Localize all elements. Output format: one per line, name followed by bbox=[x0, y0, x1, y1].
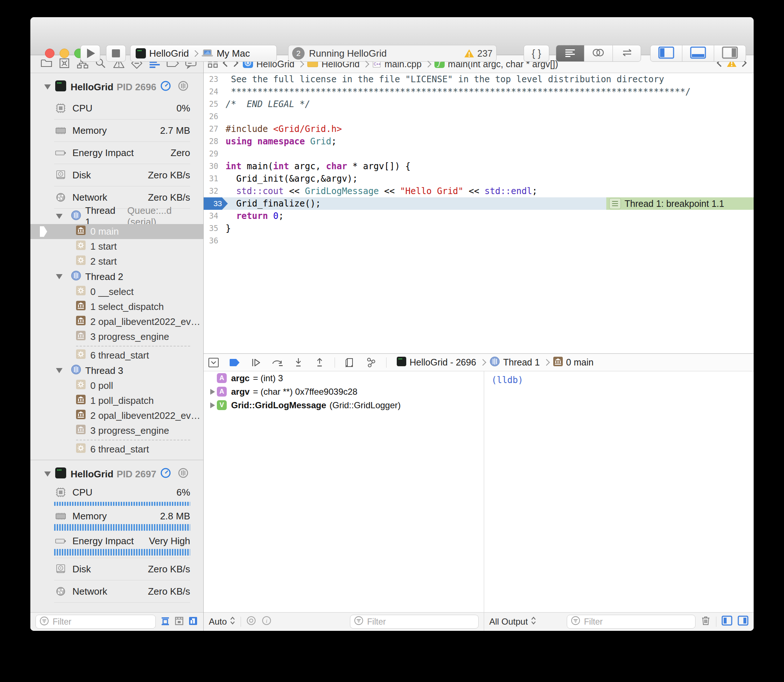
line-number[interactable]: 24 bbox=[204, 86, 218, 98]
stack-frame-row[interactable]: 6 thread_start bbox=[30, 348, 203, 363]
code-text[interactable]: Grid_init(&argc,&argv); bbox=[226, 172, 358, 185]
code-text[interactable]: using namespace Grid; bbox=[226, 135, 337, 148]
lldb-prompt[interactable]: (lldb) bbox=[484, 371, 754, 385]
variable-row[interactable]: A argv = (char **) 0x7ffee9039c28 bbox=[204, 385, 484, 398]
version-editor-button[interactable] bbox=[613, 45, 641, 61]
breakpoint-annotation[interactable]: Thread 1: breakpoint 1.1 bbox=[606, 198, 754, 210]
variables-filter-field[interactable] bbox=[350, 615, 479, 629]
variables-scope-button[interactable]: Auto bbox=[209, 616, 235, 628]
line-number[interactable]: 34 bbox=[204, 210, 218, 222]
line-number[interactable]: 27 bbox=[204, 123, 218, 135]
activity-viewer[interactable]: 2 Running HelloGrid 237 bbox=[288, 45, 497, 62]
nav-tab-project[interactable] bbox=[40, 57, 53, 70]
line-number[interactable]: 32 bbox=[204, 185, 218, 198]
console-scope-button[interactable]: All Output bbox=[489, 616, 537, 628]
thread-row[interactable]: Thread 1 Queue:...d (serial) bbox=[30, 209, 203, 224]
line-number[interactable]: 29 bbox=[204, 148, 218, 160]
debug-hide-button[interactable] bbox=[208, 356, 220, 369]
code-text[interactable]: #include <Grid/Grid.h> bbox=[226, 123, 342, 135]
console-filter-field[interactable] bbox=[567, 615, 696, 629]
run-button[interactable] bbox=[80, 45, 100, 62]
variable-row[interactable]: A argc = (int) 3 bbox=[204, 371, 484, 385]
show-console-toggle-icon[interactable] bbox=[738, 615, 749, 628]
filter-running-icon[interactable] bbox=[174, 616, 184, 628]
stat-row-network[interactable]: Network Zero KB/s bbox=[30, 580, 203, 602]
line-number[interactable]: 31 bbox=[204, 172, 218, 185]
thread-bars-icon[interactable] bbox=[178, 80, 189, 94]
disclosure-triangle-icon[interactable] bbox=[44, 472, 51, 476]
toggle-navigator-button[interactable] bbox=[650, 45, 682, 61]
stack-frame-row[interactable]: 3 progress_engine bbox=[30, 329, 203, 344]
navigator-filter-input[interactable] bbox=[52, 617, 152, 627]
disclosure-triangle-icon[interactable] bbox=[56, 368, 62, 373]
toggle-debug-area-button[interactable] bbox=[682, 45, 714, 61]
stat-row-cpu[interactable]: CPU 6% bbox=[30, 484, 203, 500]
stack-frame-row[interactable]: 6 thread_start bbox=[30, 442, 203, 457]
breakpoint-badge[interactable]: 33 bbox=[204, 198, 228, 210]
standard-editor-button[interactable] bbox=[556, 45, 584, 61]
thread-bars-icon[interactable] bbox=[178, 467, 189, 481]
debug-crumb-item[interactable]: Thread 1 bbox=[490, 356, 540, 369]
process-header[interactable]: HelloGrid PID 2697 bbox=[30, 460, 203, 484]
debug-cont-button[interactable] bbox=[250, 356, 262, 369]
debug-crumb-item[interactable]: 0 main bbox=[553, 357, 594, 368]
view-mode-icon[interactable] bbox=[188, 616, 198, 628]
debug-bparrow-button[interactable] bbox=[228, 356, 241, 369]
disclosure-arrow-icon[interactable] bbox=[208, 402, 217, 408]
stack-frame-row[interactable]: 1 poll_dispatch bbox=[30, 393, 203, 408]
line-number[interactable]: 36 bbox=[204, 235, 218, 247]
show-variables-toggle-icon[interactable] bbox=[722, 615, 733, 628]
code-review-button[interactable]: { } bbox=[524, 45, 549, 62]
console-filter-input[interactable] bbox=[583, 617, 691, 627]
stack-frame-row[interactable]: 1 select_dispatch bbox=[30, 300, 203, 314]
line-number[interactable]: 30 bbox=[204, 160, 218, 172]
thread-row[interactable]: Thread 2 bbox=[30, 269, 203, 284]
scheme-selector[interactable]: HelloGrid My Mac bbox=[130, 45, 277, 62]
debug-memgraph-button[interactable] bbox=[365, 356, 377, 369]
filter-breakpoints-icon[interactable] bbox=[160, 616, 171, 628]
minimize-window-button[interactable] bbox=[60, 49, 69, 58]
debug-into-button[interactable] bbox=[292, 356, 305, 369]
code-text[interactable]: std::cout << GridLogMessage << "Hello Gr… bbox=[226, 185, 538, 198]
toggle-inspector-button[interactable] bbox=[714, 45, 746, 61]
line-number[interactable]: 23 bbox=[204, 73, 218, 86]
stack-frame-row[interactable]: 0 main bbox=[30, 224, 203, 239]
debug-out-button[interactable] bbox=[313, 356, 326, 369]
stat-row-memory[interactable]: Memory 2.7 MB bbox=[30, 120, 203, 142]
nav-tab-source-control[interactable] bbox=[58, 57, 71, 70]
variables-filter-input[interactable] bbox=[366, 617, 475, 627]
gauge-icon[interactable] bbox=[160, 467, 171, 481]
stack-frame-row[interactable]: 1 start bbox=[30, 239, 203, 254]
code-text[interactable]: int main(int argc, char * argv[]) { bbox=[226, 160, 410, 172]
code-text[interactable]: } bbox=[226, 222, 231, 235]
disclosure-triangle-icon[interactable] bbox=[56, 274, 62, 279]
process-header[interactable]: HelloGrid PID 2696 bbox=[30, 73, 203, 97]
line-number[interactable]: 26 bbox=[204, 110, 218, 123]
info-icon[interactable]: i bbox=[262, 615, 272, 628]
code-editor[interactable]: 23 See the full license in the file "LIC… bbox=[204, 73, 754, 354]
assistant-editor-button[interactable] bbox=[584, 45, 613, 61]
stat-row-cpu[interactable]: CPU 0% bbox=[30, 97, 203, 119]
navigator-filter-field[interactable] bbox=[35, 615, 156, 629]
debug-over-button[interactable] bbox=[271, 356, 283, 369]
stat-row-energy-impact[interactable]: Energy Impact Very High bbox=[30, 533, 203, 549]
stat-row-memory[interactable]: Memory 2.8 MB bbox=[30, 508, 203, 524]
code-text[interactable]: Grid_finalize(); bbox=[226, 198, 321, 210]
gauge-icon[interactable] bbox=[160, 80, 171, 94]
stat-row-energy-impact[interactable]: Energy Impact Zero bbox=[30, 142, 203, 164]
debug-viewdbg-button[interactable] bbox=[344, 356, 356, 369]
quicklook-icon[interactable] bbox=[246, 615, 256, 628]
close-window-button[interactable] bbox=[45, 49, 54, 58]
warning-count[interactable]: 237 bbox=[477, 48, 493, 59]
code-text[interactable]: /* END LEGAL */ bbox=[226, 98, 310, 110]
debug-crumb-item[interactable]: HelloGrid - 2696 bbox=[397, 357, 476, 368]
stack-frame-row[interactable]: 0 poll bbox=[30, 378, 203, 393]
stop-button[interactable] bbox=[106, 45, 126, 62]
stack-frame-row[interactable]: 2 opal_libevent2022_ev… bbox=[30, 314, 203, 329]
line-number[interactable]: 25 bbox=[204, 98, 218, 110]
stack-frame-row[interactable]: 0 __select bbox=[30, 284, 203, 300]
warning-icon[interactable] bbox=[464, 49, 474, 58]
thread-row[interactable]: Thread 3 bbox=[30, 363, 203, 378]
disclosure-triangle-icon[interactable] bbox=[44, 84, 51, 89]
disclosure-triangle-icon[interactable] bbox=[56, 214, 62, 219]
